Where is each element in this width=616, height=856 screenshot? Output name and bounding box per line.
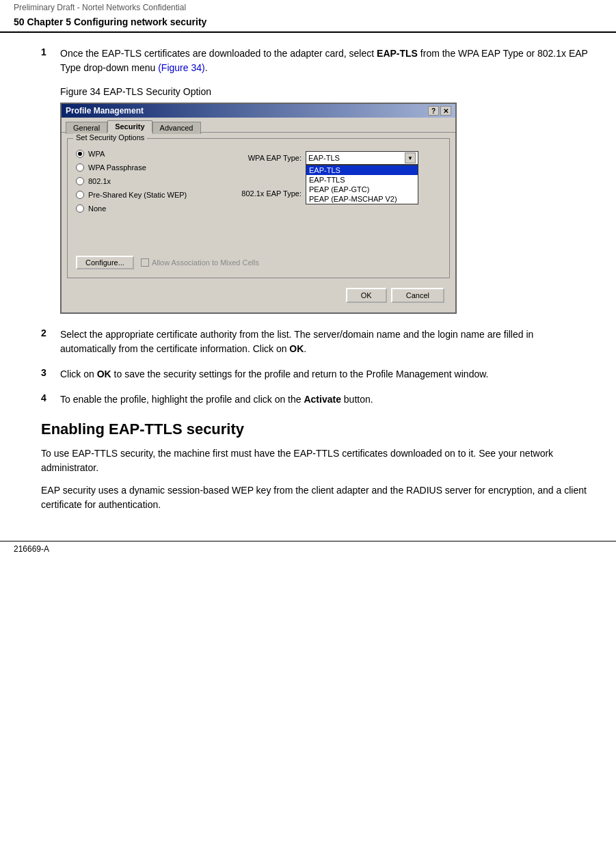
step-3-text-main: Click on xyxy=(60,369,97,379)
step-4: 4 To enable the profile, highlight the p… xyxy=(41,392,589,407)
step-3-text-after: to save the security settings for the pr… xyxy=(111,369,489,379)
step-1-text: Once the EAP-TLS certificates are downlo… xyxy=(60,46,589,75)
step-1: 1 Once the EAP-TLS certificates are down… xyxy=(41,46,589,75)
step-4-text-end: button. xyxy=(341,394,373,405)
wpa-eap-value: EAP-TLS xyxy=(308,154,340,162)
radio-wpa-label: WPA xyxy=(88,150,105,158)
security-group-label: Set Security Options xyxy=(73,133,147,142)
dialog-titlebar: Profile Management ? ✕ xyxy=(62,104,455,118)
wpa-eap-arrow[interactable]: ▼ xyxy=(405,152,416,163)
dot1x-eap-label: 802.1x EAP Type: xyxy=(226,189,302,198)
dialog-title: Profile Management xyxy=(66,106,144,116)
close-button[interactable]: ✕ xyxy=(440,106,451,116)
step-4-bold: Activate xyxy=(304,394,340,405)
ok-button[interactable]: OK xyxy=(346,288,387,303)
header-left: Preliminary Draft - Nortel Networks Conf… xyxy=(14,3,186,12)
step-2-text: Select the appropriate certificate autho… xyxy=(60,327,589,356)
radio-psk-btn[interactable] xyxy=(76,191,84,199)
step-1-bold: EAP-TLS xyxy=(377,48,418,59)
configure-row: Configure... Allow Association to Mixed … xyxy=(76,256,441,269)
step-1-number: 1 xyxy=(41,46,60,75)
step-3: 3 Click on OK to save the security setti… xyxy=(41,367,589,382)
tab-advanced[interactable]: Advanced xyxy=(152,122,201,134)
wpa-eap-list: EAP-TLS EAP-TTLS PEAP (EAP-GTC) PEAP (EA… xyxy=(306,165,418,204)
page-footer: 216669-A xyxy=(0,541,616,557)
step-2-text-end: . xyxy=(304,343,306,354)
configure-button[interactable]: Configure... xyxy=(76,256,134,269)
radio-psk[interactable]: Pre-Shared Key (Static WEP) xyxy=(76,191,226,199)
step-1-text-before: Once the EAP-TLS certificates are downlo… xyxy=(60,48,377,59)
wpa-eap-dropdown[interactable]: EAP-TLS ▼ xyxy=(306,151,418,165)
dialog-body: Set Security Options WPA WPA Passphrase xyxy=(62,132,455,312)
dialog-footer: OK Cancel xyxy=(67,284,450,307)
mixed-cells-label: Allow Association to Mixed Cells xyxy=(152,258,259,267)
security-group: Set Security Options WPA WPA Passphrase xyxy=(67,138,450,278)
dialog-window: Profile Management ? ✕ General Security … xyxy=(60,103,457,314)
section-para-1: To use EAP-TTLS security, the machine fi… xyxy=(41,446,589,475)
help-button[interactable]: ? xyxy=(428,106,439,116)
cancel-button[interactable]: Cancel xyxy=(391,288,444,303)
step-3-text: Click on OK to save the security setting… xyxy=(60,367,589,382)
step-1-link[interactable]: (Figure 34) xyxy=(158,62,204,73)
step-4-text: To enable the profile, highlight the pro… xyxy=(60,392,589,407)
radio-8021x-label: 802.1x xyxy=(88,177,111,185)
footer-left: 216669-A xyxy=(14,544,49,554)
dialog-tabs: General Security Advanced xyxy=(62,118,455,133)
step-2-number: 2 xyxy=(41,327,60,356)
radio-wpa-btn[interactable] xyxy=(76,150,84,158)
step-3-number: 3 xyxy=(41,367,60,382)
mixed-cells-checkbox-row: Allow Association to Mixed Cells xyxy=(141,258,259,267)
security-options-right: WPA EAP Type: EAP-TLS ▼ EAP-TLS EAP-TTLS… xyxy=(226,150,431,204)
radio-psk-label: Pre-Shared Key (Static WEP) xyxy=(88,191,187,199)
step-4-number: 4 xyxy=(41,392,60,407)
figure-label: Figure 34 EAP-TLS Security Option xyxy=(60,86,589,97)
radio-none-label: None xyxy=(88,204,106,213)
radio-none-btn[interactable] xyxy=(76,204,84,213)
section-heading: Enabling EAP-TTLS security xyxy=(41,420,589,438)
radio-wpa[interactable]: WPA xyxy=(76,150,226,158)
tab-general[interactable]: General xyxy=(66,122,107,134)
wpa-eap-row: WPA EAP Type: EAP-TLS ▼ EAP-TLS EAP-TTLS… xyxy=(226,151,431,165)
titlebar-buttons: ? ✕ xyxy=(428,106,451,116)
wpa-eap-dropdown-container: EAP-TLS ▼ EAP-TLS EAP-TTLS PEAP (EAP-GTC… xyxy=(306,151,418,165)
radio-8021x-btn[interactable] xyxy=(76,177,84,185)
wpa-eap-label: WPA EAP Type: xyxy=(226,154,302,162)
tab-security[interactable]: Security xyxy=(107,120,152,133)
step-2: 2 Select the appropriate certificate aut… xyxy=(41,327,589,356)
step-2-bold: OK xyxy=(289,343,304,354)
security-options-left: WPA WPA Passphrase 802.1x Pre-Share xyxy=(76,150,226,218)
radio-wpa-passphrase-btn[interactable] xyxy=(76,163,84,172)
mixed-cells-checkbox[interactable] xyxy=(141,258,149,267)
section-para-2: EAP security uses a dynamic session-base… xyxy=(41,483,589,512)
step-3-bold: OK xyxy=(97,369,111,379)
step-4-text-main: To enable the profile, highlight the pro… xyxy=(60,394,304,405)
radio-wpa-passphrase[interactable]: WPA Passphrase xyxy=(76,163,226,172)
radio-none[interactable]: None xyxy=(76,204,226,213)
chapter-header: 50 Chapter 5 Configuring network securit… xyxy=(0,15,616,33)
radio-wpa-passphrase-label: WPA Passphrase xyxy=(88,163,146,172)
radio-8021x[interactable]: 802.1x xyxy=(76,177,226,185)
dropdown-item-eap-tls[interactable]: EAP-TLS xyxy=(306,165,418,175)
dropdown-item-peap-gtc[interactable]: PEAP (EAP-GTC) xyxy=(306,185,418,194)
step-1-text-end: . xyxy=(205,62,208,73)
dropdown-item-eap-ttls[interactable]: EAP-TTLS xyxy=(306,175,418,185)
dropdown-item-peap-mschap[interactable]: PEAP (EAP-MSCHAP V2) xyxy=(306,194,418,204)
